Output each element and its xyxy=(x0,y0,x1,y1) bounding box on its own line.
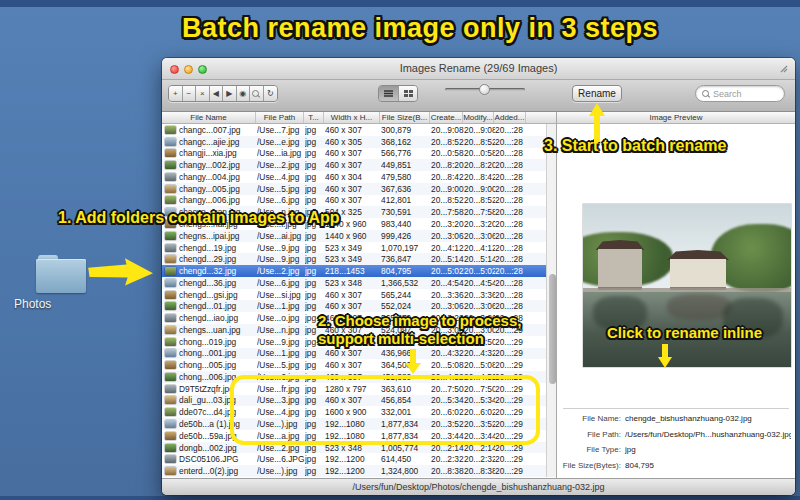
table-row[interactable]: de50b...a (1).jpg/Use...).jpgjpg192...10… xyxy=(162,418,546,430)
column-header-widthxh[interactable]: Width x H... xyxy=(324,112,380,123)
cell-added: 20...:28 xyxy=(495,207,527,217)
thumbnail-zoomer-slider[interactable] xyxy=(445,88,525,91)
cell-type: jpg xyxy=(305,148,325,158)
column-header-filepath[interactable]: File Path xyxy=(256,112,304,123)
cell-added: 20...:28 xyxy=(495,160,527,170)
table-row[interactable]: chengd...19.jpg/Use...9.jpgjpg523 x 3491… xyxy=(162,242,546,254)
table-row[interactable]: dde07c...d4.jpg/Use...4.jpgjpg1600 x 900… xyxy=(162,406,546,418)
cell-type: jpg xyxy=(305,160,325,170)
prev-button[interactable]: ◀ xyxy=(210,86,224,101)
table-row[interactable]: changy...002.jpg/Use...2.jpgjpg460 x 307… xyxy=(162,159,546,171)
table-row[interactable]: changji...xia.jpg/Use...ia.jpgjpg460 x 3… xyxy=(162,148,546,160)
column-header-t[interactable]: T... xyxy=(304,112,324,123)
cell-dim: 192...1080 xyxy=(325,419,381,429)
cell-type: jpg xyxy=(305,172,325,182)
scrollbar-thumb[interactable] xyxy=(549,274,556,384)
table-row[interactable]: chengd...gsi.jpg/Use...si.jpgjpg460 x 30… xyxy=(162,289,546,301)
column-header-added[interactable]: Added... xyxy=(494,112,526,123)
table-row[interactable]: changy...004.jpg/Use...4.jpgjpg460 x 304… xyxy=(162,171,546,183)
cell-modified: 20...2:32 xyxy=(464,454,495,464)
column-header-modify[interactable]: Modify... xyxy=(463,112,494,123)
status-bar: /Users/fun/Desktop/Photos/chengde_bishus… xyxy=(162,478,795,495)
table-row[interactable]: changy...005.jpg/Use...5.jpgjpg460 x 307… xyxy=(162,183,546,195)
window-title: Images Rename (29/69 Images) xyxy=(162,62,795,74)
cell-dim: 523 x 348 xyxy=(325,278,381,288)
table-row[interactable]: enterd...0(2).jpg/Use...).jpgjpg192...12… xyxy=(162,465,546,477)
cell-modified: 20...0:58 xyxy=(464,148,495,158)
cell-added: 20...:29 xyxy=(495,431,527,441)
preview-button[interactable]: ◉ xyxy=(237,86,251,101)
cell-modified: 20...8:52 xyxy=(464,137,495,147)
cell-path: /Use...o.jpg xyxy=(257,313,305,323)
info-value[interactable]: chengde_bishushanzhuang-032.jpg xyxy=(621,414,752,423)
cell-path: /Use...n.jpg xyxy=(257,325,305,335)
cell-added: 20...:29 xyxy=(495,443,527,453)
cell-size: 412,801 xyxy=(381,195,431,205)
table-row[interactable]: chengd...32.jpg/Use...2.jpgjpg218...1453… xyxy=(162,265,546,277)
table-row[interactable]: dali_gu...03.jpg/Use...3.jpgjpg460 x 307… xyxy=(162,395,546,407)
cell-path: /Use...4.jpg xyxy=(257,407,305,417)
app-window: Images Rename (29/69 Images) +−×◀▶◉↻ Thu… xyxy=(162,58,795,495)
delete-button[interactable]: × xyxy=(196,86,210,101)
cell-path: /Use...a.jpg xyxy=(257,431,305,441)
cell-dim: 1440 x 960 xyxy=(325,231,381,241)
table-scrollbar[interactable] xyxy=(546,124,556,477)
cell-created: 20...3:44 xyxy=(431,431,464,441)
table-row[interactable]: changc...ajie.jpg/Use...e.jpgjpg460 x 30… xyxy=(162,136,546,148)
search-input[interactable]: Search xyxy=(695,85,785,102)
search-placeholder: Search xyxy=(713,89,742,99)
table-row[interactable]: changc...007.jpg/Use...7.jpgjpg460 x 307… xyxy=(162,124,546,136)
cell-name: chong...001.jpg xyxy=(179,348,257,358)
cell-added: 20...:29 xyxy=(495,372,527,382)
slider-knob[interactable] xyxy=(479,84,490,95)
step3-annotation: 3. Start to batch rename xyxy=(544,137,726,155)
cell-type: jpg xyxy=(305,384,325,394)
table-row[interactable]: chengd...29.jpg/Use...9.jpgjpg523 x 3497… xyxy=(162,253,546,265)
main-content: File NameFile PathT...Width x H...File S… xyxy=(162,112,795,478)
table-row[interactable]: chong...001.jpg/Use...1.jpgjpg460 x 3074… xyxy=(162,348,546,360)
cell-size: 368,162 xyxy=(381,137,431,147)
cell-path: /Use...1.jpg xyxy=(257,348,305,358)
table-row[interactable]: de50b...59a.jpg/Use...a.jpgjpg192...1080… xyxy=(162,430,546,442)
cell-path: /Use...ia.jpg xyxy=(257,148,305,158)
cell-dim: 218...1453 xyxy=(325,266,381,276)
column-header-filename[interactable]: File Name xyxy=(162,112,256,123)
table-row[interactable]: DSC05106.JPG/Use...6.JPGjpg192...1200614… xyxy=(162,453,546,465)
photos-folder-icon[interactable] xyxy=(36,255,86,295)
resize-icon[interactable] xyxy=(779,64,789,74)
grid-view-button[interactable] xyxy=(398,86,417,101)
cell-dim: 1280 x 797 xyxy=(325,384,381,394)
file-thumbnail xyxy=(165,161,176,169)
titlebar[interactable]: Images Rename (29/69 Images) xyxy=(162,58,795,80)
table-row[interactable]: D9T5tZzqfr.jpg/Use...fr.jpgjpg1280 x 797… xyxy=(162,383,546,395)
table-row[interactable]: chong...006.jpg/Use...6.jpgjpg460 x 3074… xyxy=(162,371,546,383)
refresh-button[interactable]: ↻ xyxy=(264,86,278,101)
cell-added: 20...:28 xyxy=(495,195,527,205)
file-thumbnail xyxy=(165,396,176,404)
table-row[interactable]: chengd...36.jpg/Use...6.jpgjpg523 x 3481… xyxy=(162,277,546,289)
add-button[interactable]: + xyxy=(169,86,183,101)
file-thumbnail xyxy=(165,196,176,204)
table-row[interactable]: chengd...01.jpg/Use...1.jpgjpg460 x 3075… xyxy=(162,300,546,312)
search-button[interactable] xyxy=(250,86,264,101)
list-view-button[interactable] xyxy=(379,86,398,101)
cell-size: 1,005,774 xyxy=(381,443,431,453)
file-thumbnail xyxy=(165,185,176,193)
cell-dim: 460 x 307 xyxy=(325,348,381,358)
file-thumbnail xyxy=(165,361,176,369)
cell-type: jpg xyxy=(305,372,325,382)
cell-dim: 523 x 349 xyxy=(325,254,381,264)
table-row[interactable]: chegns...ipai.jpg/Use...ai.jpgjpg1440 x … xyxy=(162,230,546,242)
next-button[interactable]: ▶ xyxy=(223,86,237,101)
column-header-create[interactable]: Create... xyxy=(430,112,463,123)
remove-button[interactable]: − xyxy=(183,86,197,101)
table-row[interactable]: dongb...002.jpg/Use...2.jpgjpg523 x 3481… xyxy=(162,442,546,454)
cell-path: /Use...si.jpg xyxy=(257,290,305,300)
step2-annotation-line1: 2. Choose image to process, xyxy=(318,312,521,329)
table-row[interactable]: chong...005.jpg/Use...5.jpgjpg460 x 3073… xyxy=(162,359,546,371)
table-row[interactable]: changy...006.jpg/Use...6.jpgjpg460 x 307… xyxy=(162,195,546,207)
cell-created: 20...7:50 xyxy=(431,384,464,394)
column-header-filesizeb[interactable]: File Size(B... xyxy=(380,112,430,123)
rename-button[interactable]: Rename xyxy=(572,85,622,102)
cell-modified: 20...3:06 xyxy=(464,231,495,241)
